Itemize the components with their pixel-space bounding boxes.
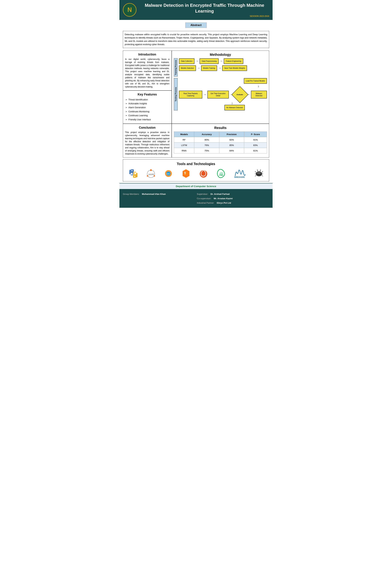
svg-point-21 <box>258 173 258 173</box>
flow-execution-detail: Get Their Execution Detail <box>208 91 229 98</box>
header-text-block: Malware Detection in Encrypted Traffic T… <box>140 2 269 17</box>
svg-line-28 <box>262 175 263 176</box>
flow-data-preprocessing: Data Preprocessing <box>200 58 219 64</box>
arrow-2: → <box>220 60 223 63</box>
cosupervisor-name: Mr. Arsalan Kazmi <box>214 197 233 200</box>
bottom-footer: Group Members: Muhammad Irfan Khan Super… <box>120 189 272 208</box>
svg-text:WIRESHARK: WIRESHARK <box>234 176 245 178</box>
prec-lstm: 85% <box>219 142 244 148</box>
arrow-5: → <box>203 93 206 96</box>
arrow-down: ↓ <box>258 84 259 88</box>
svg-point-5 <box>147 175 148 176</box>
flow-models-training: Models Training <box>201 65 217 71</box>
wireshark-icon: WIRESHARK <box>234 169 247 178</box>
tool-scapy: scapy <box>216 168 226 179</box>
svg-text:scapy: scapy <box>219 174 224 176</box>
flow-feature-engineering: Feature Engineering <box>224 58 243 64</box>
supervisor-label: Supervisor: <box>197 193 208 195</box>
testing-label: Testing Process <box>174 78 178 110</box>
malware-icon <box>254 169 264 178</box>
training-process-section: Training Process Data Collection → Data … <box>174 58 267 76</box>
results-box: Results Models Accuracy Precision F- Sco… <box>172 124 269 158</box>
svg-text:F: F <box>185 172 186 175</box>
key-features-list: Threat Identification Actionable Insight… <box>125 98 170 122</box>
industrial-name: Ebryx Pvt Ltd <box>217 202 231 204</box>
col-fscore: F- Score <box>244 132 267 137</box>
arrow-3: → <box>197 66 200 70</box>
supervisor-name: Dr. Arshad Farhad <box>210 193 230 195</box>
page-title: Malware Detection in Encrypted Traffic T… <box>140 2 269 14</box>
tool-pytorch: PyTorch <box>198 168 208 179</box>
logo-letter: N <box>128 6 132 14</box>
pytorch-icon: PyTorch <box>198 168 208 179</box>
fs-rf: 91% <box>244 137 267 142</box>
member-name: Muhammad Irfan Khan <box>142 193 166 195</box>
prec-rf: 92% <box>219 137 244 142</box>
acc-rnn: 75% <box>194 148 219 153</box>
results-section: Conclusion This project employs a proact… <box>120 124 272 158</box>
col-models: Models <box>174 132 194 137</box>
svg-point-31 <box>257 170 258 170</box>
svg-text:jupyter: jupyter <box>148 173 154 175</box>
group-members-label: Group Members: <box>123 193 140 195</box>
table-row: LSTM 76% 85% 83% <box>174 142 267 148</box>
testing-content: Load Pre-Trained Models ↓ Real Time Pack… <box>179 78 267 110</box>
training-row-1: Data Collection → Data Preprocessing → F… <box>179 58 267 64</box>
jupyter-icon: jupyter <box>146 168 156 179</box>
scapy-icon: scapy <box>216 168 226 179</box>
key-features-title: Key Features <box>125 93 170 96</box>
training-row-2: Models Selection → Models Training → Sav… <box>179 65 267 71</box>
training-label: Training Process <box>174 58 178 76</box>
svg-point-18 <box>256 172 262 176</box>
table-row: RF 90% 92% 91% <box>174 137 267 142</box>
flow-data-collection: Data Collection <box>179 58 195 64</box>
tool-malware <box>254 169 264 178</box>
svg-line-26 <box>262 171 263 172</box>
sklearn-icon: learn <box>163 168 174 179</box>
introduction-title: Introduction <box>125 53 170 56</box>
methodology-title: Methodology <box>174 53 267 57</box>
results-table: Models Accuracy Precision F- Score RF 90… <box>174 132 267 154</box>
svg-line-30 <box>260 170 260 172</box>
svg-point-0 <box>132 170 132 171</box>
svg-text:learn: learn <box>166 173 170 174</box>
model-rnn: RNN <box>174 148 194 153</box>
tools-title: Tools and Technologies <box>126 162 266 166</box>
abstract-title: Abstract <box>185 22 207 28</box>
svg-text:PyTorch: PyTorch <box>201 175 206 176</box>
model-rf: RF <box>174 137 194 142</box>
tool-wireshark: WIRESHARK <box>234 169 247 178</box>
list-item: Friendly User Interface <box>128 118 170 122</box>
acc-lstm: 76% <box>194 142 219 148</box>
key-features-box: Key Features Threat Identification Actio… <box>123 90 172 124</box>
tools-section: Tools and Technologies <box>123 159 269 181</box>
flow-load-models: Load Pre-Trained Models <box>244 78 267 84</box>
industrial-label: Industrial Partner: <box>197 202 214 204</box>
results-title: Results <box>174 126 267 130</box>
list-item: Continues Learning <box>128 114 170 118</box>
svg-point-22 <box>260 173 260 173</box>
flow-evaluate-diamond: Evaluate <box>234 89 246 100</box>
svg-point-32 <box>260 170 261 170</box>
testing-main-row: Real Time Packets Capturing → Get Their … <box>179 89 267 100</box>
tool-python <box>128 168 138 179</box>
introduction-box: Introduction In our digital world, cyber… <box>123 50 172 90</box>
flow-no-malware: No Malware Detected <box>224 105 245 110</box>
department-footer: Department of Computer Science <box>120 183 272 189</box>
footer-right: Supervisor: Dr. Arshad Farhad Co-supervi… <box>197 192 269 205</box>
session-label: SESSION 2023-2024 <box>140 15 269 17</box>
list-item: Continues Monitoring <box>128 110 170 114</box>
svg-line-25 <box>255 175 256 176</box>
tools-icons-row: jupyter learn T F PyTorc <box>126 168 266 179</box>
cosupervisor-row: Co-supervisor: Mr. Arsalan Kazmi <box>197 196 269 201</box>
methodology-box: Methodology Training Process Data Collec… <box>172 50 269 124</box>
arrow-4: → <box>218 66 221 70</box>
svg-line-29 <box>258 170 258 172</box>
department-label: Department of Computer Science <box>176 185 216 188</box>
tool-sklearn: learn <box>163 168 174 179</box>
prec-rnn: 84% <box>219 148 244 153</box>
flow-malware-detected: Malware Detected <box>251 91 267 98</box>
flow-models-selection: Models Selection <box>179 65 196 71</box>
conclusion-box: Conclusion This project employs a proact… <box>123 124 172 158</box>
python-icon <box>128 168 138 179</box>
